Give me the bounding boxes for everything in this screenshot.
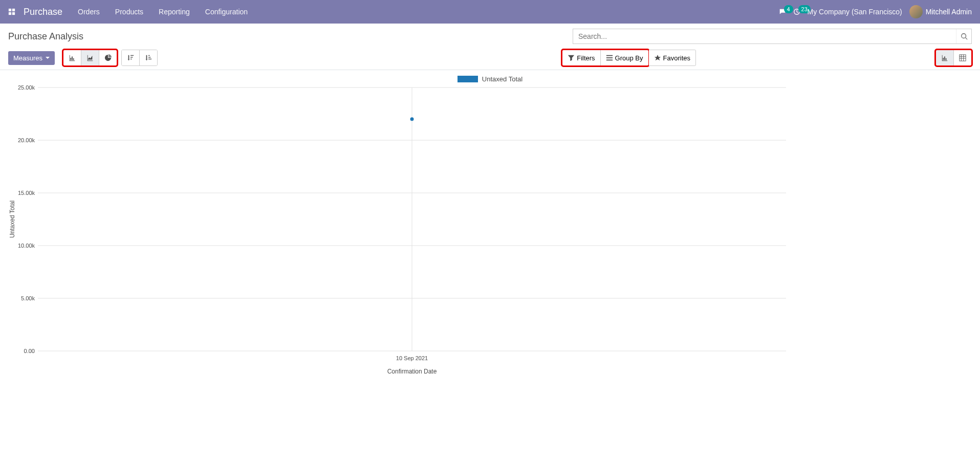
user-name: Mitchell Admin xyxy=(926,8,972,16)
measures-button[interactable]: Measures xyxy=(8,51,55,65)
svg-text:10.00k: 10.00k xyxy=(18,243,35,249)
svg-rect-7 xyxy=(72,56,73,60)
company-selector[interactable]: My Company (San Francisco) xyxy=(808,8,902,16)
svg-rect-9 xyxy=(130,55,134,56)
svg-text:15.00k: 15.00k xyxy=(18,190,35,196)
svg-text:5.00k: 5.00k xyxy=(21,295,35,301)
legend-label: Untaxed Total xyxy=(482,75,522,83)
svg-rect-12 xyxy=(148,55,150,56)
nav-right: 4 23 My Company (San Francisco) Mitchell… xyxy=(779,5,972,18)
activity-button[interactable]: 23 xyxy=(793,8,800,15)
user-menu[interactable]: Mitchell Admin xyxy=(909,5,972,18)
groupby-label: Group By xyxy=(615,54,643,62)
filters-button[interactable]: Filters xyxy=(562,50,600,65)
discuss-badge: 4 xyxy=(784,5,793,13)
svg-rect-15 xyxy=(606,55,612,56)
svg-text:25.00k: 25.00k xyxy=(18,85,35,91)
svg-rect-18 xyxy=(943,58,944,60)
nav-menu-orders[interactable]: Orders xyxy=(78,8,100,16)
chart-legend: Untaxed Total xyxy=(8,75,972,84)
avatar xyxy=(909,5,923,18)
chart-container: Untaxed Total 0.005.00k10.00k15.00k20.00… xyxy=(0,70,980,380)
svg-rect-3 xyxy=(12,12,15,15)
control-panel: Purchase Analysis Measures xyxy=(0,24,980,70)
svg-rect-16 xyxy=(606,57,612,58)
measures-label: Measures xyxy=(13,54,42,62)
svg-rect-10 xyxy=(130,57,133,57)
svg-rect-8 xyxy=(73,58,74,60)
top-navbar: Purchase Orders Products Reporting Confi… xyxy=(0,0,980,24)
svg-rect-14 xyxy=(148,59,151,59)
view-switcher xyxy=(935,50,972,66)
svg-rect-2 xyxy=(9,12,11,15)
search-input[interactable] xyxy=(573,29,956,43)
svg-rect-20 xyxy=(946,58,947,60)
apps-icon[interactable] xyxy=(8,8,15,15)
nav-menu: Orders Products Reporting Configuration xyxy=(78,8,248,16)
nav-menu-configuration[interactable]: Configuration xyxy=(205,8,248,16)
svg-rect-1 xyxy=(12,9,15,11)
line-chart-button[interactable] xyxy=(81,50,99,65)
search-options-group: Filters Group By xyxy=(562,50,648,66)
svg-text:20.00k: 20.00k xyxy=(18,137,35,143)
sort-group xyxy=(121,50,158,66)
bar-chart-button[interactable] xyxy=(63,50,81,65)
svg-rect-19 xyxy=(944,56,945,60)
search-icon[interactable] xyxy=(956,29,971,43)
chart-plot: 0.005.00k10.00k15.00k20.00k25.00kUntaxed… xyxy=(8,85,972,378)
svg-rect-0 xyxy=(9,9,11,11)
nav-menu-reporting[interactable]: Reporting xyxy=(159,8,190,16)
svg-text:0.00: 0.00 xyxy=(24,348,35,354)
discuss-button[interactable]: 4 xyxy=(779,8,786,15)
svg-point-5 xyxy=(961,34,966,38)
sort-desc-button[interactable] xyxy=(122,50,140,65)
pivot-view-button[interactable] xyxy=(954,50,971,65)
favorites-label: Favorites xyxy=(663,54,690,62)
nav-menu-products[interactable]: Products xyxy=(115,8,143,16)
svg-rect-21 xyxy=(960,55,966,61)
svg-text:Untaxed Total: Untaxed Total xyxy=(9,201,16,238)
svg-rect-6 xyxy=(71,58,72,60)
favorites-group: Favorites xyxy=(649,50,696,66)
sort-asc-button[interactable] xyxy=(140,50,157,65)
svg-text:10 Sep 2021: 10 Sep 2021 xyxy=(396,355,428,361)
caret-down-icon xyxy=(46,57,50,59)
groupby-button[interactable]: Group By xyxy=(601,50,648,65)
svg-rect-13 xyxy=(148,57,150,57)
legend-swatch xyxy=(458,76,478,82)
favorites-button[interactable]: Favorites xyxy=(649,50,695,65)
svg-rect-11 xyxy=(130,59,132,59)
chart-type-group xyxy=(63,50,117,66)
pie-chart-button[interactable] xyxy=(99,50,117,65)
app-brand[interactable]: Purchase xyxy=(24,7,62,17)
svg-rect-17 xyxy=(606,60,612,61)
page-title: Purchase Analysis xyxy=(8,31,83,42)
svg-text:Confirmation Date: Confirmation Date xyxy=(387,368,437,375)
legend-item[interactable]: Untaxed Total xyxy=(458,75,522,83)
search-view xyxy=(573,29,972,44)
filters-label: Filters xyxy=(577,54,595,62)
graph-view-button[interactable] xyxy=(936,50,954,65)
svg-point-38 xyxy=(410,117,414,121)
